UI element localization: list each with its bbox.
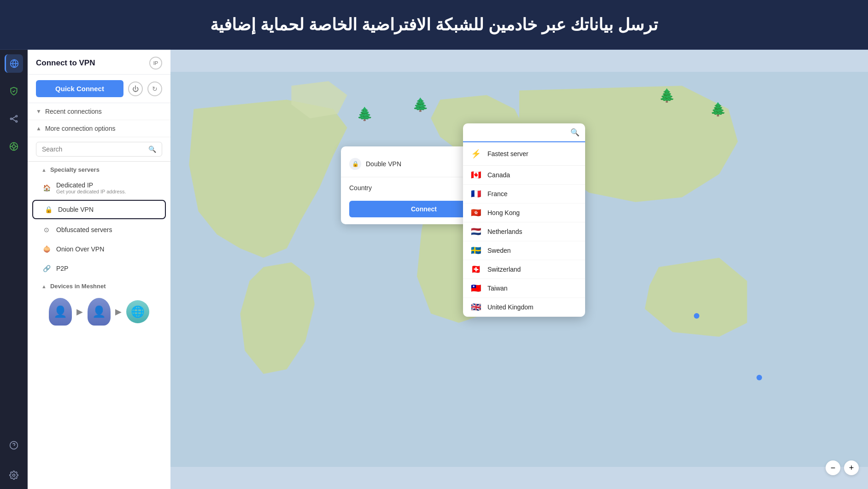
mesh-arrow-2: ▶ — [115, 307, 122, 317]
country-flag: 🇭🇰 — [470, 208, 482, 217]
svg-point-4 — [16, 121, 17, 122]
search-input[interactable] — [42, 146, 145, 153]
country-flag: 🇨🇦 — [470, 170, 482, 180]
quick-connect-button[interactable]: Quick Connect — [36, 80, 123, 97]
fastest-server-label: Fastest server — [487, 150, 528, 157]
country-item[interactable]: 🇸🇪 Sweden — [463, 241, 585, 260]
country-picker-search-icon[interactable]: 🔍 — [570, 128, 580, 137]
mesh-figure-1: 👤 — [49, 298, 72, 326]
sidebar-item-darkweb[interactable] — [5, 137, 23, 156]
dedicated-ip-name: Dedicated IP — [56, 181, 126, 189]
sidebar-item-help[interactable] — [5, 436, 23, 454]
sidebar-item-vpn[interactable] — [5, 54, 23, 73]
svg-line-5 — [12, 116, 15, 119]
svg-text:🌲: 🌲 — [659, 87, 675, 104]
lightning-icon: ⚡ — [470, 148, 482, 160]
country-item[interactable]: 🇨🇦 Canada — [463, 166, 585, 185]
svg-point-2 — [10, 118, 12, 119]
svg-text:🌲: 🌲 — [357, 106, 373, 122]
sidebar-item-settings[interactable] — [5, 466, 23, 484]
power-button[interactable]: ⏻ — [128, 82, 143, 96]
svg-point-8 — [12, 145, 15, 148]
meshnet-label: Devices in Meshnet — [50, 283, 106, 290]
dedicated-ip-content: Dedicated IP Get your dedicated IP addre… — [56, 181, 126, 194]
dedicated-ip-item[interactable]: 🏠 Dedicated IP Get your dedicated IP add… — [28, 177, 170, 199]
sidebar-item-meshnet[interactable] — [5, 110, 23, 128]
p2p-item[interactable]: 🔗 P2P — [28, 259, 170, 278]
dedicated-ip-icon: 🏠 — [41, 183, 52, 193]
meshnet-section-header[interactable]: ▲ Devices in Meshnet — [28, 278, 170, 293]
more-options-section[interactable]: ▲ More connection options — [28, 120, 170, 137]
country-list: ⚡ Fastest server 🇨🇦 Canada 🇫🇷 France 🇭🇰 … — [463, 142, 585, 317]
banner-text: ترسل بياناتك عبر خادمين للشبكة الافتراضي… — [210, 15, 658, 35]
country-name: Canada — [487, 171, 510, 179]
svg-text:🌲: 🌲 — [412, 97, 429, 113]
meshnet-illustration: 👤 ▶ 👤 ▶ 🌐 — [28, 293, 170, 328]
country-picker-search-input[interactable] — [469, 129, 567, 136]
zoom-in-button[interactable]: + — [844, 460, 859, 475]
quick-connect-area: Quick Connect ⏻ ↻ — [28, 75, 170, 103]
sidebar — [0, 50, 28, 489]
obfuscated-icon: ⊙ — [41, 225, 52, 235]
country-flag: 🇳🇱 — [470, 227, 482, 236]
dvpn-title: Double VPN — [366, 160, 401, 168]
obfuscated-item[interactable]: ⊙ Obfuscated servers — [28, 220, 170, 239]
country-item[interactable]: 🇨🇭 Switzerland — [463, 260, 585, 279]
specialty-chevron-icon: ▲ — [41, 167, 47, 173]
country-item[interactable]: 🇫🇷 France — [463, 185, 585, 204]
obfuscated-name: Obfuscated servers — [56, 226, 112, 233]
sidebar-item-shield[interactable] — [5, 82, 23, 100]
main-area: Connect to VPN IP Quick Connect ⏻ ↻ ▼ Re… — [0, 50, 868, 489]
country-flag: 🇹🇼 — [470, 284, 482, 293]
map-area: 🌲 🌲 🌲 🌲 2 5 − + 🔒 Do — [170, 50, 868, 489]
dedicated-ip-desc: Get your dedicated IP address. — [56, 189, 126, 194]
svg-point-15 — [12, 474, 15, 477]
chevron-up-icon: ▲ — [36, 125, 41, 132]
specialty-servers-label: Specialty servers — [50, 166, 100, 173]
country-picker-search-area: 🔍 — [463, 123, 585, 142]
more-options-label: More connection options — [45, 125, 116, 132]
country-item[interactable]: 🇬🇧 United Kingdom — [463, 298, 585, 317]
search-area: 🔍 — [28, 137, 170, 162]
svg-line-6 — [12, 119, 15, 121]
meshnet-chevron-icon: ▲ — [41, 284, 47, 289]
country-item[interactable]: 🇳🇱 Netherlands — [463, 222, 585, 241]
double-vpn-item[interactable]: 🔒 Double VPN — [32, 200, 166, 219]
onion-item[interactable]: 🧅 Onion Over VPN — [28, 239, 170, 259]
country-item[interactable]: 🇭🇰 Hong Kong — [463, 204, 585, 222]
country-name: Hong Kong — [487, 209, 520, 216]
onion-name: Onion Over VPN — [56, 245, 104, 253]
country-name: Switzerland — [487, 266, 521, 273]
svg-point-3 — [16, 116, 17, 117]
map-pin-4[interactable] — [757, 375, 762, 380]
refresh-button[interactable]: ↻ — [147, 82, 162, 96]
country-flag: 🇫🇷 — [470, 189, 482, 198]
country-name: Taiwan — [487, 285, 508, 292]
mesh-arrow-1: ▶ — [76, 307, 83, 317]
mesh-figure-2: 👤 — [88, 298, 111, 326]
country-flag: 🇸🇪 — [470, 246, 482, 255]
panel-header: Connect to VPN IP — [28, 50, 170, 75]
panel-header-icons: IP — [149, 57, 162, 70]
top-banner: ترسل بياناتك عبر خادمين للشبكة الافتراضي… — [0, 0, 868, 50]
country-item[interactable]: 🇹🇼 Taiwan — [463, 279, 585, 298]
panel-title: Connect to VPN — [36, 58, 95, 68]
search-icon[interactable]: 🔍 — [148, 146, 156, 153]
country-items-container: 🇨🇦 Canada 🇫🇷 France 🇭🇰 Hong Kong 🇳🇱 Neth… — [463, 166, 585, 317]
map-pin-3[interactable] — [694, 313, 699, 319]
mesh-globe: 🌐 — [126, 300, 149, 323]
fastest-server-item[interactable]: ⚡ Fastest server — [463, 142, 585, 166]
search-box: 🔍 — [36, 142, 162, 157]
specialty-servers-header[interactable]: ▲ Specialty servers — [28, 162, 170, 177]
country-flag: 🇨🇭 — [470, 265, 482, 274]
dvpn-country-label: Country — [349, 184, 372, 192]
p2p-icon: 🔗 — [41, 263, 52, 274]
chevron-icon: ▼ — [36, 108, 41, 115]
recent-connections-section[interactable]: ▼ Recent connections — [28, 103, 170, 120]
zoom-controls: − + — [826, 460, 859, 475]
ip-button[interactable]: IP — [149, 57, 162, 70]
zoom-out-button[interactable]: − — [826, 460, 840, 475]
server-list: ▲ Specialty servers 🏠 Dedicated IP Get y… — [28, 162, 170, 489]
vpn-panel: Connect to VPN IP Quick Connect ⏻ ↻ ▼ Re… — [28, 50, 170, 489]
country-picker-dropdown: 🔍 ⚡ Fastest server 🇨🇦 Canada 🇫🇷 France 🇭… — [463, 123, 585, 317]
